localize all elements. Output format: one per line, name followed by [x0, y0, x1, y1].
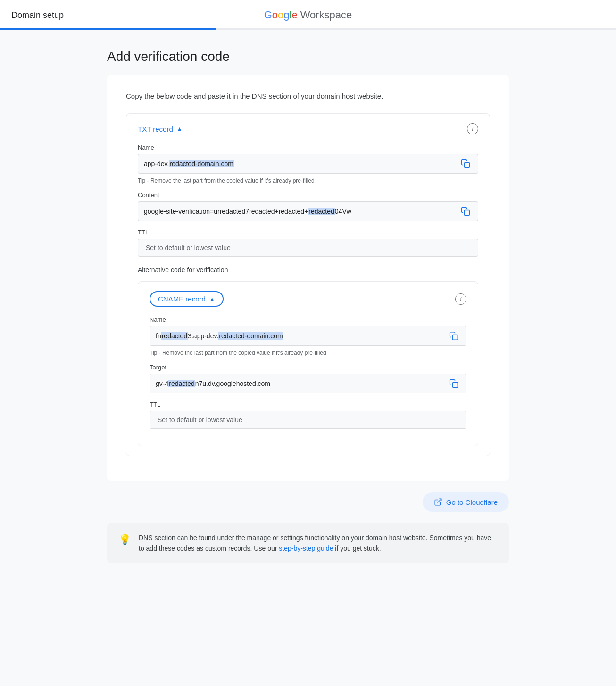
txt-ttl-label: TTL: [138, 229, 478, 236]
cname-info-icon[interactable]: i: [455, 293, 466, 305]
cname-target-label: Target: [150, 364, 466, 371]
action-row: Go to Cloudflare: [107, 492, 509, 512]
txt-name-field-row: app-dev.redacted-domain.com: [138, 154, 478, 174]
copy-icon: [449, 379, 458, 388]
copy-icon: [449, 331, 458, 341]
txt-name-highlight: redacted-domain.com: [169, 160, 233, 167]
main-content: Add verification code Copy the below cod…: [96, 30, 520, 582]
txt-content-mid1: redacted+: [249, 208, 279, 215]
logo-workspace: Workspace: [300, 9, 352, 21]
txt-record-toggle[interactable]: TXT record ▲: [138, 125, 183, 133]
cname-name-tip: Tip - Remove the last part from the copi…: [150, 350, 466, 356]
cname-target-field-row: gv-4redactedn7u.dv.googlehosted.com: [150, 374, 466, 393]
cname-ttl-value: Set to default or lowest value: [150, 411, 466, 429]
cname-info-i-label: i: [460, 295, 462, 303]
txt-content-label: Content: [138, 192, 478, 199]
cname-name-field-group: Name fnredacted3.app-dev.redacted-domain…: [150, 316, 466, 356]
page-title: Add verification code: [107, 49, 509, 64]
txt-record-label: TXT record: [138, 125, 173, 133]
cname-name-label: Name: [150, 316, 466, 323]
svg-rect-3: [453, 383, 458, 388]
copy-icon: [461, 159, 470, 168]
go-cloudflare-button[interactable]: Go to Cloudflare: [423, 492, 509, 512]
txt-content-suffix: 04Vw: [335, 208, 351, 215]
cname-target-prefix: gv-4: [156, 380, 168, 387]
cname-ttl-field-group: TTL Set to default or lowest value: [150, 401, 466, 429]
info-i-label: i: [472, 125, 474, 133]
progress-bar-container: [0, 28, 616, 30]
svg-rect-1: [465, 210, 470, 216]
cname-record-toggle[interactable]: CNAME record ▲: [150, 291, 224, 307]
txt-ttl-value: Set to default or lowest value: [138, 239, 478, 257]
txt-name-tip: Tip - Remove the last part from the copi…: [138, 177, 478, 184]
cname-name-redacted: redacted: [161, 332, 188, 340]
header-logo: Google Workspace: [264, 9, 352, 21]
txt-name-copy-button[interactable]: [459, 158, 472, 169]
txt-ttl-field-group: TTL Set to default or lowest value: [138, 229, 478, 257]
cname-ttl-label: TTL: [150, 401, 466, 408]
txt-record-header: TXT record ▲ i: [138, 123, 478, 134]
logo-g: G: [264, 9, 272, 21]
cname-name-domain-highlight: redacted-domain.com: [218, 332, 283, 340]
header-title: Domain setup: [11, 10, 64, 20]
cname-target-suffix: n7u.dv.googlehosted.com: [195, 380, 270, 387]
cname-chevron-icon: ▲: [209, 296, 215, 302]
txt-content-redacted1: redacted7: [220, 208, 249, 215]
logo-o1: o: [272, 9, 278, 21]
txt-name-label: Name: [138, 144, 478, 151]
cname-target-value: gv-4redactedn7u.dv.googlehosted.com: [156, 380, 447, 387]
cname-target-field-group: Target gv-4redactedn7u.dv.googlehosted.c…: [150, 364, 466, 393]
alt-code-label: Alternative code for verification: [138, 266, 478, 274]
info-banner: 💡 DNS section can be found under the man…: [107, 523, 509, 563]
txt-record-section: TXT record ▲ i Name app-dev.redacted-dom…: [126, 113, 490, 456]
google-logo-text: Google: [264, 9, 298, 21]
copy-icon: [461, 207, 470, 216]
logo-o2: o: [278, 9, 283, 21]
progress-bar-fill: [0, 28, 216, 30]
txt-name-field-group: Name app-dev.redacted-domain.com Tip - R…: [138, 144, 478, 184]
txt-content-mid2: redacted+: [279, 208, 308, 215]
txt-content-highlight: redacted: [308, 208, 334, 215]
cname-record-section: CNAME record ▲ i Name fnredacted3.app-de…: [138, 281, 478, 446]
cname-record-header: CNAME record ▲ i: [150, 291, 466, 307]
info-text-after-link: if you get stuck.: [333, 544, 381, 552]
cname-name-copy-button[interactable]: [447, 330, 460, 342]
main-card: Copy the below code and paste it in the …: [107, 75, 509, 481]
txt-content-value: google-site-verification=urredacted7reda…: [144, 208, 459, 215]
txt-content-field-group: Content google-site-verification=urredac…: [138, 192, 478, 221]
go-cloudflare-label: Go to Cloudflare: [446, 498, 498, 506]
info-banner-text: DNS section can be found under the manag…: [139, 533, 498, 554]
cname-target-redacted: redacted: [168, 380, 195, 387]
txt-chevron-icon: ▲: [177, 125, 183, 132]
cname-name-mid: 3.app-dev.: [188, 332, 218, 340]
logo-g2: g: [283, 9, 289, 21]
cname-name-field-row: fnredacted3.app-dev.redacted-domain.com: [150, 326, 466, 346]
txt-content-copy-button[interactable]: [459, 206, 472, 217]
svg-line-4: [437, 499, 441, 502]
svg-rect-2: [453, 335, 458, 340]
txt-content-prefix: google-site-verification=ur: [144, 208, 220, 215]
bulb-icon: 💡: [118, 534, 131, 546]
cname-record-label: CNAME record: [158, 295, 206, 303]
txt-name-prefix: app-dev.: [144, 160, 169, 167]
card-description: Copy the below code and paste it in the …: [126, 91, 490, 102]
cname-name-prefix: fn: [156, 332, 161, 340]
txt-info-icon[interactable]: i: [467, 123, 478, 134]
header: Domain setup Google Workspace: [0, 0, 616, 30]
external-link-icon: [434, 498, 442, 506]
txt-name-value: app-dev.redacted-domain.com: [144, 160, 459, 167]
svg-rect-0: [465, 163, 470, 168]
cname-target-copy-button[interactable]: [447, 378, 460, 389]
cname-name-value: fnredacted3.app-dev.redacted-domain.com: [156, 332, 447, 340]
txt-content-field-row: google-site-verification=urredacted7reda…: [138, 201, 478, 221]
logo-e: e: [291, 9, 297, 21]
step-by-step-guide-link[interactable]: step-by-step guide: [279, 544, 333, 552]
